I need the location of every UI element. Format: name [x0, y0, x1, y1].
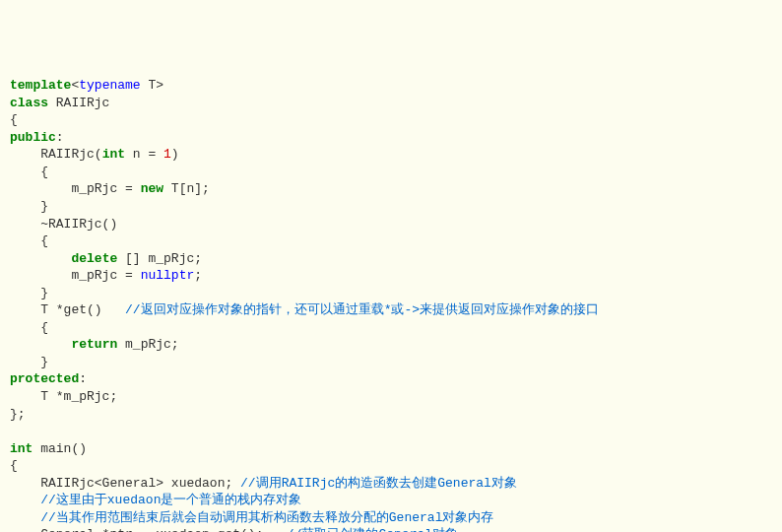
ident: n = [125, 147, 163, 162]
ident [10, 251, 71, 266]
line-11: delete [] m_pRjc; [10, 251, 202, 266]
line-7: m_pRjc = new T[n]; [10, 181, 210, 196]
ident: main() [33, 441, 87, 456]
comment: //获取已创建的General对象 [287, 527, 458, 532]
line-8: } [10, 199, 48, 214]
keyword-new: new [141, 181, 163, 196]
ident [10, 493, 40, 507]
line-17: } [10, 355, 48, 369]
line-14: T *get() //返回对应操作对象的指针，还可以通过重载*或->来提供返回对… [10, 302, 599, 317]
op: ) [171, 147, 179, 162]
op: T> [141, 78, 163, 93]
line-24: RAIIRjc<General> xuedaon; //调用RAIIRjc的构造… [10, 476, 517, 491]
line-10: { [10, 233, 48, 248]
line-12: m_pRjc = nullptr; [10, 268, 202, 283]
keyword-delete: delete [71, 251, 117, 266]
line-19: T *m_pRjc; [10, 389, 117, 404]
ident: T *get() [10, 302, 125, 317]
keyword-template: template [10, 78, 71, 93]
keyword-nullptr: nullptr [141, 268, 195, 283]
code-block: template<typename T> class RAIIRjc { pub… [10, 77, 772, 532]
line-3: { [10, 112, 18, 127]
ident: RAIIRjc<General> xuedaon; [10, 476, 240, 491]
line-6: { [10, 165, 48, 179]
line-25: //这里由于xuedaon是一个普通的栈内存对象 [10, 493, 301, 507]
line-22: int main() [10, 441, 87, 456]
number: 1 [163, 147, 171, 162]
ident: m_pRjc = [10, 181, 141, 196]
op: : [56, 130, 64, 145]
line-2: class RAIIRjc [10, 96, 109, 110]
ident: m_pRjc; [117, 337, 178, 352]
line-5: RAIIRjc(int n = 1) [10, 147, 179, 162]
line-1: template<typename T> [10, 78, 163, 93]
line-23: { [10, 458, 18, 473]
line-15: { [10, 320, 48, 335]
line-27: General *ptr = xuedaon.get(); //获取已创建的Ge… [10, 527, 458, 532]
op: : [79, 371, 87, 386]
keyword-protected: protected [10, 371, 79, 386]
line-20: }; [10, 407, 26, 422]
comment: //这里由于xuedaon是一个普通的栈内存对象 [40, 493, 301, 507]
line-9: ~RAIIRjc() [10, 217, 117, 232]
line-26: //当其作用范围结束后就会自动调用其析构函数去释放分配的General对象内存 [10, 510, 493, 525]
ident: RAIIRjc( [10, 147, 102, 162]
keyword-int: int [10, 441, 33, 456]
keyword-typename: typename [79, 78, 140, 93]
line-13: } [10, 286, 48, 300]
keyword-public: public [10, 130, 56, 145]
line-4: public: [10, 130, 64, 145]
keyword-class: class [10, 96, 48, 110]
ident: RAIIRjc [48, 96, 109, 110]
ident [10, 510, 40, 525]
line-16: return m_pRjc; [10, 337, 179, 352]
ident: General *ptr = xuedaon.get(); [10, 527, 287, 532]
ident [10, 337, 71, 352]
comment: //调用RAIIRjc的构造函数去创建General对象 [240, 476, 517, 491]
keyword-return: return [71, 337, 117, 352]
keyword-int: int [102, 147, 125, 162]
ident: T[n]; [163, 181, 210, 196]
ident: m_pRjc = [10, 268, 141, 283]
op: ; [194, 268, 202, 283]
comment: //返回对应操作对象的指针，还可以通过重载*或->来提供返回对应操作对象的接口 [125, 302, 599, 317]
line-18: protected: [10, 371, 87, 386]
comment: //当其作用范围结束后就会自动调用其析构函数去释放分配的General对象内存 [40, 510, 493, 525]
ident: [] m_pRjc; [117, 251, 202, 266]
